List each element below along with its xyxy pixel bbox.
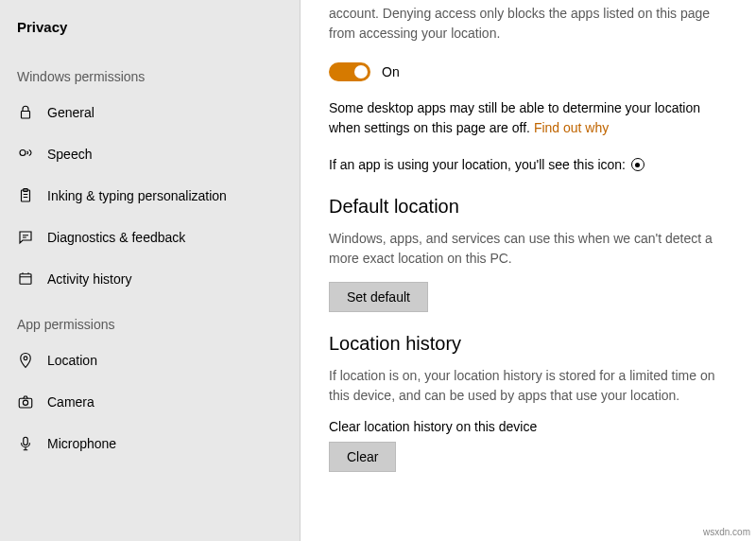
sidebar-item-label: Microphone bbox=[47, 436, 116, 451]
sidebar-item-label: Speech bbox=[47, 147, 92, 162]
sidebar: Privacy Windows permissions General Spee… bbox=[0, 0, 301, 541]
history-icon bbox=[17, 270, 34, 288]
sidebar-item-label: Activity history bbox=[47, 271, 131, 287]
sidebar-item-activity[interactable]: Activity history bbox=[0, 258, 300, 300]
sidebar-item-speech[interactable]: Speech bbox=[0, 133, 300, 175]
page-title: Privacy bbox=[0, 13, 300, 52]
clear-history-label: Clear location history on this device bbox=[329, 419, 728, 434]
location-history-desc: If location is on, your location history… bbox=[329, 366, 728, 406]
using-text: If an app is using your location, you'll… bbox=[329, 157, 626, 172]
sidebar-item-inking[interactable]: Inking & typing personalization bbox=[0, 175, 300, 217]
default-location-desc: Windows, apps, and services can use this… bbox=[329, 229, 728, 269]
sidebar-item-location[interactable]: Location bbox=[0, 340, 300, 381]
toggle-state-label: On bbox=[382, 64, 400, 79]
svg-point-5 bbox=[24, 357, 27, 360]
location-toggle[interactable] bbox=[329, 62, 370, 81]
speech-icon bbox=[17, 146, 34, 163]
section-windows-permissions: Windows permissions bbox=[0, 52, 300, 92]
microphone-icon bbox=[17, 435, 34, 452]
warning-text: Some desktop apps may still be able to d… bbox=[329, 100, 700, 135]
intro-text: account. Denying access only blocks the … bbox=[329, 0, 728, 44]
location-pin-icon bbox=[17, 352, 34, 369]
sidebar-item-label: Inking & typing personalization bbox=[47, 188, 227, 203]
find-out-why-link[interactable]: Find out why bbox=[534, 120, 609, 135]
default-location-title: Default location bbox=[329, 196, 728, 218]
svg-point-1 bbox=[20, 150, 26, 156]
lock-icon bbox=[17, 104, 34, 121]
clipboard-icon bbox=[17, 187, 34, 204]
sidebar-item-camera[interactable]: Camera bbox=[0, 381, 300, 423]
sidebar-item-label: Diagnostics & feedback bbox=[47, 230, 185, 245]
feedback-icon bbox=[17, 229, 34, 246]
location-in-use-icon bbox=[631, 158, 644, 171]
sidebar-item-general[interactable]: General bbox=[0, 92, 300, 133]
location-usage-text: If an app is using your location, you'll… bbox=[329, 155, 728, 175]
camera-icon bbox=[17, 393, 34, 410]
sidebar-item-label: Camera bbox=[47, 394, 94, 410]
svg-rect-4 bbox=[20, 274, 31, 285]
sidebar-item-diagnostics[interactable]: Diagnostics & feedback bbox=[0, 217, 300, 258]
svg-point-7 bbox=[23, 400, 27, 405]
location-toggle-row: On bbox=[329, 62, 728, 81]
sidebar-item-label: General bbox=[47, 105, 94, 120]
content-pane: account. Denying access only blocks the … bbox=[301, 0, 756, 541]
section-app-permissions: App permissions bbox=[0, 300, 300, 340]
sidebar-item-microphone[interactable]: Microphone bbox=[0, 423, 300, 464]
desktop-apps-warning: Some desktop apps may still be able to d… bbox=[329, 98, 728, 138]
watermark: wsxdn.com bbox=[703, 527, 750, 537]
sidebar-item-label: Location bbox=[47, 353, 97, 368]
set-default-button[interactable]: Set default bbox=[329, 282, 428, 312]
svg-rect-0 bbox=[22, 112, 30, 119]
location-history-title: Location history bbox=[329, 333, 728, 355]
svg-rect-8 bbox=[24, 437, 28, 445]
clear-button[interactable]: Clear bbox=[329, 442, 396, 472]
